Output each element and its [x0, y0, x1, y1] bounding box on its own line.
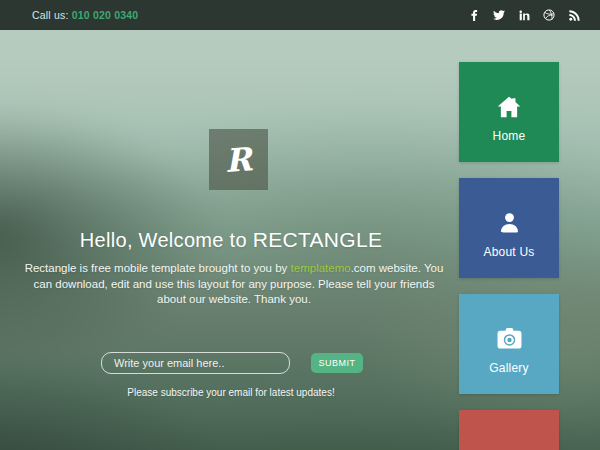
phone-number-link[interactable]: 010 020 0340	[72, 9, 139, 21]
twitter-icon[interactable]	[493, 9, 505, 21]
top-bar: Call us: 010 020 0340	[0, 0, 600, 30]
desc-text-before: Rectangle is free mobile template brough…	[25, 262, 291, 274]
intro-paragraph: Rectangle is free mobile template brough…	[20, 261, 448, 308]
social-icons-row	[468, 9, 580, 21]
subscribe-note: Please subscribe your email for latest u…	[0, 387, 462, 398]
nav-tile-about-us[interactable]: About Us	[459, 178, 559, 278]
user-icon	[497, 210, 522, 236]
title-brand: RECTANGLE	[253, 228, 383, 251]
call-us-text: Call us: 010 020 0340	[32, 9, 138, 21]
email-input[interactable]	[101, 352, 290, 374]
tile-label: Gallery	[489, 361, 528, 375]
page-title: Hello, Welcome to RECTANGLE	[0, 228, 462, 252]
rss-icon[interactable]	[568, 9, 580, 21]
site-logo: R	[209, 129, 268, 190]
dribbble-icon[interactable]	[543, 9, 555, 21]
call-us-label: Call us:	[32, 9, 69, 21]
submit-button[interactable]: SUBMIT	[311, 353, 363, 373]
nav-tile-contact[interactable]	[459, 410, 559, 450]
nav-tile-home[interactable]: Home	[459, 62, 559, 162]
tile-label: About Us	[484, 245, 535, 259]
facebook-icon[interactable]	[468, 9, 480, 21]
camera-icon	[496, 326, 523, 352]
nav-tile-gallery[interactable]: Gallery	[459, 294, 559, 394]
home-icon	[496, 94, 522, 120]
logo-letter: R	[224, 143, 253, 177]
rectangle-landing-page: Call us: 010 020 0340 R Hello, Welcome t…	[0, 0, 600, 450]
templatemo-link[interactable]: templatemo	[291, 262, 351, 274]
title-prefix: Hello, Welcome to	[80, 229, 253, 251]
linkedin-icon[interactable]	[518, 9, 530, 21]
tile-label: Home	[493, 129, 526, 143]
